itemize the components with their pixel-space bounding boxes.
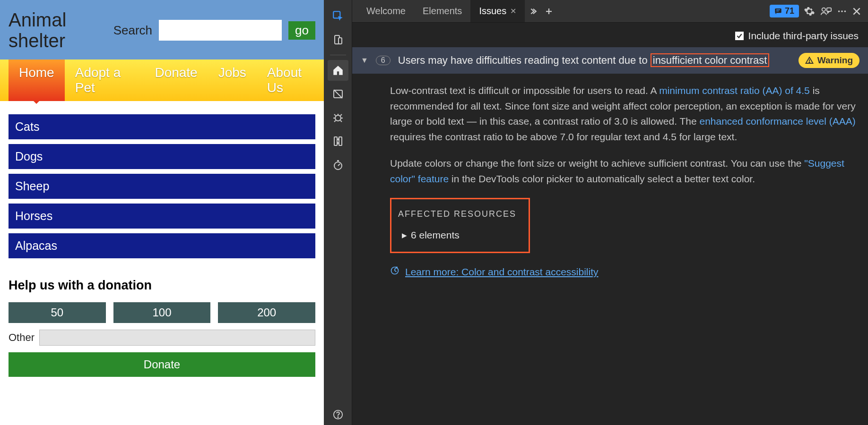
link-contrast-aa[interactable]: minimum contrast ratio (AA) of 4.5: [659, 85, 810, 96]
more-icon[interactable]: [837, 6, 847, 17]
bug-icon[interactable]: [328, 107, 348, 128]
learn-more-row: Learn more: Color and contrast accessibi…: [390, 264, 856, 280]
link-contrast-aaa[interactable]: enhanced conformance level (AAA): [699, 116, 855, 127]
site-header: Animal shelter Search go: [0, 0, 324, 60]
donation-amounts: 50 100 200: [9, 302, 315, 323]
category-sheep[interactable]: Sheep: [9, 174, 315, 199]
issue-title-pre: Users may have difficulties reading text…: [398, 54, 651, 66]
nav-adopt[interactable]: Adopt a Pet: [65, 60, 145, 101]
svg-rect-10: [775, 8, 781, 13]
tab-welcome[interactable]: Welcome: [358, 0, 414, 22]
include-third-party-label: Include third-party issues: [748, 30, 859, 42]
issue-count-pill: 6: [376, 56, 391, 65]
search-label: Search: [113, 23, 152, 38]
device-icon[interactable]: [328, 29, 348, 50]
affected-elements-count: 6 elements: [411, 228, 460, 243]
issue-title: Users may have difficulties reading text…: [398, 53, 791, 68]
tabs-right: 71: [770, 5, 868, 17]
affected-resources-box: AFFECTED RESOURCES ▸ 6 elements: [390, 198, 530, 253]
performance-icon[interactable]: [328, 154, 348, 175]
svg-point-11: [822, 8, 825, 11]
feedback-icon[interactable]: [820, 6, 832, 17]
page-content: Cats Dogs Sheep Horses Alpacas Help us w…: [0, 101, 324, 385]
chevron-right-icon: ▸: [402, 228, 407, 243]
activity-divider: [330, 55, 346, 55]
go-button[interactable]: go: [288, 21, 315, 40]
svg-rect-5: [334, 137, 337, 145]
nav-about[interactable]: About Us: [257, 60, 324, 101]
nav-donate[interactable]: Donate: [144, 60, 208, 101]
close-devtools-icon[interactable]: [852, 7, 861, 16]
issue-title-highlight: insufficient color contrast: [651, 53, 770, 67]
nav-home[interactable]: Home: [9, 60, 65, 101]
search-input[interactable]: [159, 20, 282, 41]
category-dogs[interactable]: Dogs: [9, 144, 315, 169]
search-form: Search go: [113, 20, 315, 41]
issue-body: Low-contrast text is difficult or imposs…: [352, 74, 868, 425]
help-icon[interactable]: [328, 404, 348, 425]
network-icon[interactable]: [328, 131, 348, 152]
include-third-party-checkbox[interactable]: [735, 32, 744, 40]
donation-heading: Help us with a donation: [9, 278, 315, 293]
external-link-icon: [390, 264, 399, 280]
svg-rect-6: [339, 137, 342, 145]
svg-rect-2: [339, 38, 342, 44]
more-tabs-icon[interactable]: [525, 3, 541, 19]
amount-100[interactable]: 100: [113, 302, 211, 323]
donate-button[interactable]: Donate: [9, 352, 315, 377]
svg-point-15: [844, 10, 846, 12]
learn-more-link[interactable]: Learn more: Color and contrast accessibi…: [405, 264, 599, 280]
category-list: Cats Dogs Sheep Horses Alpacas: [9, 114, 315, 258]
category-alpacas[interactable]: Alpacas: [9, 233, 315, 258]
tabs-bar: Welcome Elements Issues ✕ 71: [352, 0, 868, 23]
category-cats[interactable]: Cats: [9, 114, 315, 139]
devtools-pane: Welcome Elements Issues ✕ 71: [324, 0, 868, 425]
tab-issues[interactable]: Issues ✕: [470, 0, 525, 22]
inspect-icon[interactable]: [328, 6, 348, 26]
tab-elements[interactable]: Elements: [414, 0, 470, 22]
svg-point-16: [809, 62, 810, 63]
gear-icon[interactable]: [804, 6, 815, 17]
main-nav: Home Adopt a Pet Donate Jobs About Us: [0, 60, 324, 101]
amount-200[interactable]: 200: [218, 302, 315, 323]
svg-point-4: [335, 115, 341, 121]
new-tab-icon[interactable]: [541, 3, 557, 19]
other-amount-input[interactable]: [39, 330, 315, 346]
close-icon[interactable]: ✕: [510, 7, 516, 16]
other-label: Other: [9, 332, 35, 344]
other-amount-row: Other: [9, 330, 315, 346]
home-icon[interactable]: [328, 60, 348, 81]
svg-point-9: [338, 417, 338, 417]
affected-elements-toggle[interactable]: ▸ 6 elements: [398, 228, 516, 243]
issues-count-badge[interactable]: 71: [770, 5, 799, 17]
filter-row: Include third-party issues: [352, 23, 868, 47]
issue-header[interactable]: ▼ 6 Users may have difficulties reading …: [352, 47, 868, 74]
site-title: Animal shelter: [9, 9, 113, 51]
nav-jobs[interactable]: Jobs: [208, 60, 257, 101]
activity-bar: [324, 0, 352, 425]
warning-label: Warning: [817, 55, 853, 66]
svg-point-13: [838, 10, 840, 12]
devtools-main: Welcome Elements Issues ✕ 71: [352, 0, 868, 425]
issue-paragraph-2: Update colors or change the font size or…: [390, 156, 856, 187]
category-horses[interactable]: Horses: [9, 204, 315, 229]
issue-paragraph-1: Low-contrast text is difficult or imposs…: [390, 83, 856, 144]
amount-50[interactable]: 50: [9, 302, 106, 323]
svg-rect-12: [827, 8, 831, 11]
image-disabled-icon[interactable]: [328, 84, 348, 104]
chevron-down-icon[interactable]: ▼: [361, 56, 368, 65]
affected-resources-label: AFFECTED RESOURCES: [398, 208, 516, 221]
warning-icon: [805, 56, 814, 65]
issues-count: 71: [785, 6, 794, 16]
warning-badge: Warning: [799, 53, 859, 68]
tab-issues-label: Issues: [479, 6, 506, 17]
website-pane: Animal shelter Search go Home Adopt a Pe…: [0, 0, 324, 425]
svg-point-14: [841, 10, 843, 12]
